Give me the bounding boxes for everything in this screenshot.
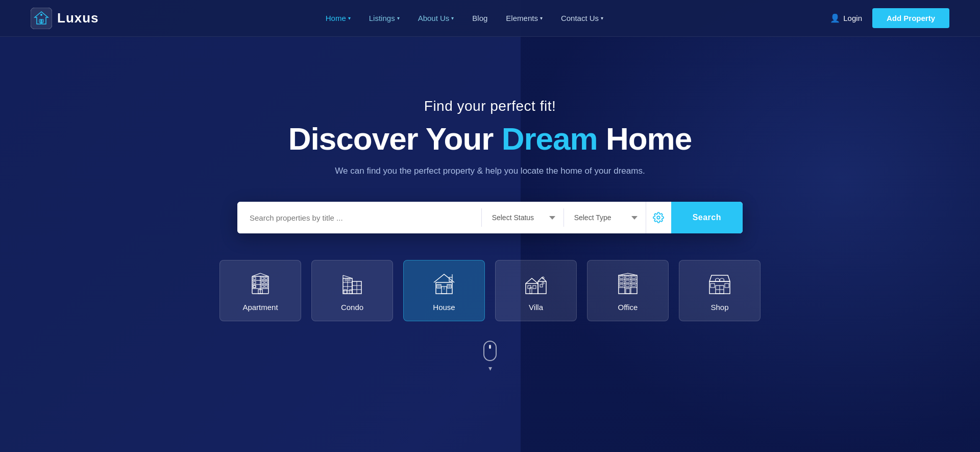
settings-icon[interactable] [646, 202, 671, 233]
svg-rect-67 [632, 280, 635, 282]
scroll-indicator: ▾ [0, 341, 980, 372]
svg-rect-69 [626, 284, 629, 287]
svg-rect-63 [626, 276, 629, 278]
house-icon [431, 270, 457, 297]
category-label-condo: Condo [341, 303, 363, 312]
svg-rect-54 [542, 282, 544, 284]
nav-link-contact[interactable]: Contact Us ▾ [561, 14, 603, 22]
svg-rect-35 [345, 279, 347, 281]
hero-title: Discover Your Dream Home [288, 121, 692, 157]
svg-rect-71 [626, 289, 630, 294]
shop-icon [706, 270, 733, 297]
nav-item-contact[interactable]: Contact Us ▾ [561, 14, 603, 22]
scroll-mouse-dot [489, 345, 491, 349]
scroll-mouse [483, 341, 497, 361]
add-property-button[interactable]: Add Property [872, 8, 949, 28]
svg-line-33 [343, 275, 352, 278]
hero-subtitle: We can find you the perfect property & h… [335, 166, 645, 176]
category-card-office[interactable]: Office [587, 260, 669, 321]
category-label-apartment: Apartment [242, 303, 278, 312]
svg-rect-19 [253, 286, 256, 288]
svg-rect-36 [349, 279, 350, 281]
scroll-arrow-icon: ▾ [488, 364, 492, 372]
status-select[interactable]: Select Status For Sale For Rent Sold [482, 202, 564, 233]
navbar: Luxus Home ▾ Listings ▾ About Us ▾ Blog [0, 0, 980, 37]
svg-rect-70 [632, 284, 635, 287]
chevron-down-icon: ▾ [451, 15, 454, 21]
svg-line-21 [260, 273, 268, 276]
nav-link-about[interactable]: About Us ▾ [418, 14, 454, 22]
nav-item-about[interactable]: About Us ▾ [418, 14, 454, 22]
chevron-down-icon: ▾ [540, 15, 543, 21]
nav-item-blog[interactable]: Blog [472, 14, 487, 22]
category-card-villa[interactable]: Villa [495, 260, 577, 321]
category-card-condo[interactable]: Condo [311, 260, 393, 321]
user-icon: 👤 [830, 13, 840, 23]
category-card-shop[interactable]: Shop [679, 260, 761, 321]
chevron-down-icon: ▾ [348, 15, 351, 21]
svg-rect-62 [620, 276, 623, 278]
nav-item-home[interactable]: Home ▾ [326, 14, 351, 22]
brand-logo[interactable]: Luxus [31, 8, 99, 29]
nav-link-elements[interactable]: Elements ▾ [506, 14, 543, 22]
villa-icon [523, 270, 549, 297]
svg-rect-13 [265, 281, 267, 283]
svg-rect-53 [540, 284, 543, 287]
hero-content: Find your perfect fit! Discover Your Dre… [0, 37, 980, 233]
svg-rect-75 [710, 283, 715, 288]
svg-rect-14 [253, 286, 256, 288]
category-card-apartment[interactable]: Apartment [219, 260, 301, 321]
category-label-villa: Villa [529, 303, 543, 312]
search-bar: Select Status For Sale For Rent Sold Sel… [237, 202, 743, 233]
nav-link-listings[interactable]: Listings ▾ [369, 14, 400, 22]
svg-rect-51 [533, 286, 536, 289]
navbar-right: 👤 Login Add Property [830, 8, 949, 28]
chevron-down-icon: ▾ [397, 15, 400, 21]
svg-rect-64 [632, 276, 635, 278]
svg-rect-15 [265, 286, 267, 288]
svg-rect-31 [344, 290, 347, 294]
svg-rect-66 [626, 280, 629, 282]
svg-point-3 [657, 216, 660, 219]
category-row: Apartment Condo [0, 260, 980, 321]
condo-icon [339, 270, 365, 297]
svg-rect-10 [253, 277, 256, 279]
type-select[interactable]: Select Type Apartment Condo House Villa … [564, 202, 646, 233]
nav-link-home[interactable]: Home ▾ [326, 14, 351, 22]
svg-line-20 [252, 273, 260, 276]
search-button[interactable]: Search [671, 202, 743, 233]
nav-menu: Home ▾ Listings ▾ About Us ▾ Blog Elemen… [326, 14, 603, 22]
svg-rect-65 [620, 280, 623, 282]
login-button[interactable]: 👤 Login [830, 13, 862, 23]
nav-item-elements[interactable]: Elements ▾ [506, 14, 543, 22]
category-card-house[interactable]: House [403, 260, 485, 321]
chevron-down-icon: ▾ [601, 15, 603, 21]
svg-rect-76 [725, 283, 729, 288]
svg-rect-18 [261, 286, 264, 288]
svg-rect-12 [253, 281, 256, 283]
svg-rect-0 [31, 8, 52, 29]
category-label-shop: Shop [710, 303, 728, 312]
category-label-house: House [433, 303, 455, 312]
hero-tagline: Find your perfect fit! [424, 98, 556, 114]
svg-rect-17 [261, 281, 264, 283]
nav-item-listings[interactable]: Listings ▾ [369, 14, 400, 22]
apartment-icon [247, 270, 274, 297]
search-input[interactable] [237, 202, 481, 233]
brand-logo-icon [31, 8, 52, 29]
svg-point-2 [40, 14, 42, 16]
category-label-office: Office [618, 303, 638, 312]
brand-name: Luxus [57, 10, 99, 26]
svg-rect-11 [265, 277, 267, 279]
svg-rect-16 [261, 277, 264, 279]
office-icon [615, 270, 641, 297]
nav-link-blog[interactable]: Blog [472, 14, 487, 22]
svg-rect-68 [620, 284, 623, 287]
svg-rect-50 [528, 286, 531, 289]
